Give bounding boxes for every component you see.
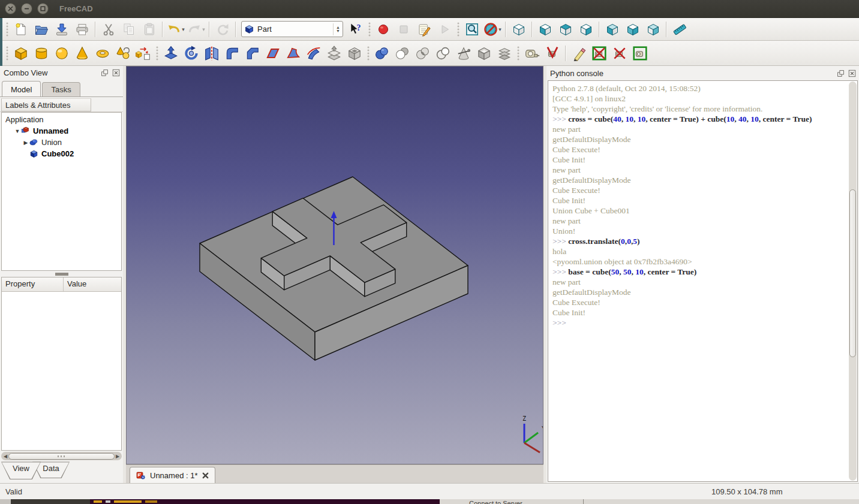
model-tree[interactable]: Application▼Unnamed▶UnionCube002 <box>1 112 122 271</box>
toolbar-handle[interactable] <box>456 22 460 37</box>
ruled-surface-button[interactable] <box>284 44 303 63</box>
measure-linear-button[interactable] <box>522 44 542 63</box>
chamfer-button[interactable] <box>243 44 262 63</box>
convert-to-solid-button[interactable] <box>474 44 494 63</box>
view-front-button[interactable] <box>536 20 555 39</box>
thickness-button[interactable] <box>345 44 364 63</box>
draw-style-button[interactable]: ▾ <box>483 20 502 39</box>
value-column-header[interactable]: Value <box>64 277 90 291</box>
dropdown-caret-icon[interactable]: ▾ <box>498 26 501 32</box>
whats-this-button[interactable]: ? <box>346 20 365 39</box>
view-axonometric-button[interactable] <box>509 20 528 39</box>
view-right-button[interactable] <box>576 20 596 39</box>
python-console-output[interactable]: Python 2.7.8 (default, Oct 20 2014, 15:0… <box>548 80 858 482</box>
make-compound-button[interactable] <box>495 44 514 63</box>
toolbar-handle[interactable] <box>5 22 9 37</box>
macro-record-button[interactable] <box>374 20 393 39</box>
tree-item-union[interactable]: ▶Union <box>2 137 121 148</box>
view-bottom-button[interactable] <box>623 20 642 39</box>
expander-closed-icon[interactable]: ▶ <box>22 140 29 146</box>
sphere-button[interactable] <box>52 44 71 63</box>
fillet-button[interactable] <box>223 44 242 63</box>
3d-viewport[interactable]: ZYX <box>126 66 543 464</box>
tree-union-icon <box>29 138 38 147</box>
close-tab-icon[interactable] <box>202 472 209 479</box>
tab-model[interactable]: Model <box>2 81 41 96</box>
property-column-header[interactable]: Property <box>2 277 64 291</box>
boolean-cut-button[interactable] <box>393 44 412 63</box>
property-table-body[interactable] <box>2 292 121 450</box>
document-tab[interactable]: Unnamed : 1* <box>130 467 215 484</box>
measure-toggle-all-button[interactable] <box>590 44 609 63</box>
view-left-button[interactable] <box>644 20 663 39</box>
toolbar-separator <box>162 22 163 37</box>
measure-clear-all-button[interactable] <box>569 44 588 63</box>
new-document-icon <box>14 22 28 37</box>
dropdown-caret-icon[interactable]: ▾ <box>202 26 205 32</box>
cross-sections-button[interactable] <box>454 44 473 63</box>
sweep-button[interactable] <box>304 44 323 63</box>
toolbar-handle[interactable] <box>155 46 159 61</box>
extrude-button[interactable] <box>161 44 181 63</box>
panel-splitter[interactable] <box>0 271 123 277</box>
new-document-button[interactable] <box>11 20 31 39</box>
toolbar-handle[interactable] <box>516 46 520 61</box>
tree-item-cube002[interactable]: Cube002 <box>2 148 121 159</box>
toolbar-handle[interactable] <box>368 22 371 37</box>
shape-builder-button[interactable] <box>134 44 153 63</box>
close-icon <box>112 69 120 77</box>
window-close-button[interactable] <box>5 3 16 14</box>
workbench-selector[interactable]: Part▲▼ <box>241 21 343 37</box>
boolean-section-button[interactable] <box>434 44 453 63</box>
revolve-button[interactable] <box>182 44 201 63</box>
cut-button[interactable] <box>99 20 118 39</box>
boolean-union-button[interactable] <box>373 44 392 63</box>
paste-button <box>140 20 159 39</box>
boolean-common-icon <box>415 46 431 61</box>
expander-open-icon[interactable]: ▼ <box>14 128 21 134</box>
measure-toggle-3d-button[interactable] <box>610 44 629 63</box>
save-document-button[interactable] <box>52 20 71 39</box>
torus-button[interactable] <box>93 44 112 63</box>
float-panel-button[interactable] <box>836 69 845 78</box>
scrollbar-thumb[interactable] <box>8 453 115 460</box>
create-primitives-button[interactable] <box>113 44 133 63</box>
window-titlebar[interactable]: FreeCAD <box>0 0 859 18</box>
spinner-arrows-icon[interactable]: ▲▼ <box>333 23 340 35</box>
cylinder-button[interactable] <box>32 44 51 63</box>
tree-item-unnamed[interactable]: ▼Unnamed <box>2 125 121 137</box>
boolean-common-button[interactable] <box>413 44 432 63</box>
open-document-button[interactable] <box>32 20 51 39</box>
toolbar-handle[interactable] <box>367 46 370 61</box>
tab-tasks[interactable]: Tasks <box>42 82 80 96</box>
view-top-button[interactable] <box>556 20 575 39</box>
tree-column-header[interactable]: Labels & Attributes <box>1 98 91 111</box>
dropdown-caret-icon[interactable]: ▾ <box>182 26 185 32</box>
cone-button[interactable] <box>73 44 92 63</box>
make-face-button[interactable] <box>263 44 283 63</box>
tab-view[interactable]: View <box>1 461 41 479</box>
vertical-scrollbar[interactable] <box>849 82 857 481</box>
measure-distance-button[interactable] <box>670 20 689 39</box>
measure-toggle-delta-button[interactable] <box>630 44 650 63</box>
zoom-selection-button[interactable] <box>462 20 482 39</box>
print-button[interactable] <box>73 20 92 39</box>
horizontal-scrollbar[interactable]: ◀ ▶ <box>1 452 122 461</box>
measure-angular-button[interactable] <box>543 44 562 63</box>
scroll-right-icon[interactable]: ▶ <box>115 454 121 459</box>
mirror-button[interactable] <box>202 44 221 63</box>
float-panel-button[interactable] <box>100 68 109 77</box>
toolbar-handle[interactable] <box>5 46 9 61</box>
undo-button[interactable]: ▾ <box>166 20 185 39</box>
box-button[interactable] <box>11 44 31 63</box>
window-minimize-button[interactable] <box>21 3 32 14</box>
offset-button[interactable] <box>325 44 344 63</box>
view-rear-button[interactable] <box>603 20 622 39</box>
tree-item-application[interactable]: Application <box>2 114 121 125</box>
macro-edit-button[interactable] <box>415 20 434 39</box>
scrollbar-thumb[interactable] <box>849 189 856 357</box>
window-maximize-button[interactable] <box>37 3 49 14</box>
close-panel-button[interactable] <box>112 68 121 77</box>
scroll-left-icon[interactable]: ◀ <box>2 454 8 459</box>
close-panel-button[interactable] <box>848 69 857 78</box>
